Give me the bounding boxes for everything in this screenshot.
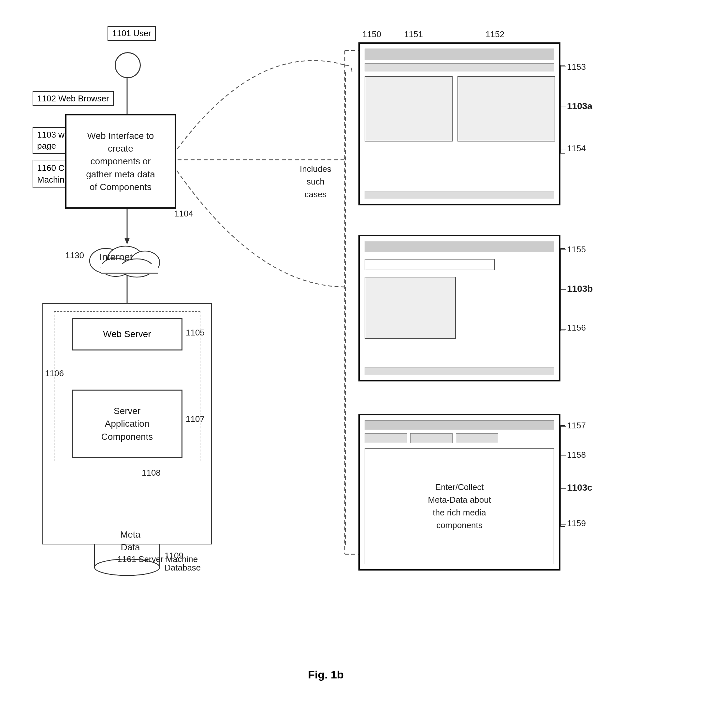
fig-caption: Fig. 1b (228, 668, 424, 681)
label-1150: 1150 (362, 29, 381, 40)
label-server-machine: 1161 Server Machine (117, 554, 198, 564)
user-circle (115, 52, 141, 78)
svg-point-12 (130, 251, 160, 274)
browser-box-1103c: Enter/Collect Meta-Data about the rich m… (359, 414, 560, 570)
svg-marker-3 (124, 238, 130, 245)
browser-box-1103a (359, 42, 560, 205)
label-1151: 1151 (404, 29, 423, 40)
label-1157: 1157 (567, 421, 586, 431)
internet-text: Internet (99, 250, 133, 263)
server-app-text: Server Application Components (101, 405, 153, 443)
web-browser-label-box: 1102 Web Browser (33, 91, 114, 106)
label-1103b: 1103b (567, 284, 593, 294)
label-1152: 1152 (485, 29, 504, 40)
label-1156: 1156 (567, 323, 586, 333)
label-1159: 1159 (567, 518, 586, 528)
web-interface-text: Web Interface to create components or ga… (86, 129, 155, 193)
label-1104: 1104 (174, 209, 193, 219)
web-server-text: Web Server (103, 329, 151, 340)
label-1158: 1158 (567, 450, 586, 460)
user-label-box: 1101 User (108, 26, 156, 41)
web-interface-box: Web Interface to create components or ga… (65, 114, 176, 209)
includes-cases-text: Includes such cases (300, 150, 331, 201)
label-1107: 1107 (186, 414, 205, 424)
label-1105: 1105 (186, 328, 205, 338)
meta-data-text: Meta Data (104, 528, 156, 554)
web-browser-label: 1102 Web Browser (37, 93, 109, 103)
label-1103a: 1103a (567, 101, 592, 112)
label-1153: 1153 (567, 62, 586, 72)
user-label-text: 1101 User (112, 28, 151, 38)
browser-box-1103b (359, 235, 560, 381)
label-1155: 1155 (567, 245, 586, 255)
enter-collect-text: Enter/Collect Meta-Data about the rich m… (428, 482, 491, 530)
label-1106: 1106 (45, 369, 64, 379)
label-1103c: 1103c (567, 483, 592, 493)
server-app-box: Server Application Components (72, 390, 182, 458)
label-1154: 1154 (567, 144, 586, 154)
svg-rect-15 (101, 264, 158, 274)
label-1108: 1108 (142, 468, 161, 478)
diagram-container: 1101 User 1102 Web Browser 1103 web page… (0, 0, 725, 728)
label-1130: 1130 (65, 250, 84, 260)
web-server-box: Web Server (72, 318, 182, 350)
